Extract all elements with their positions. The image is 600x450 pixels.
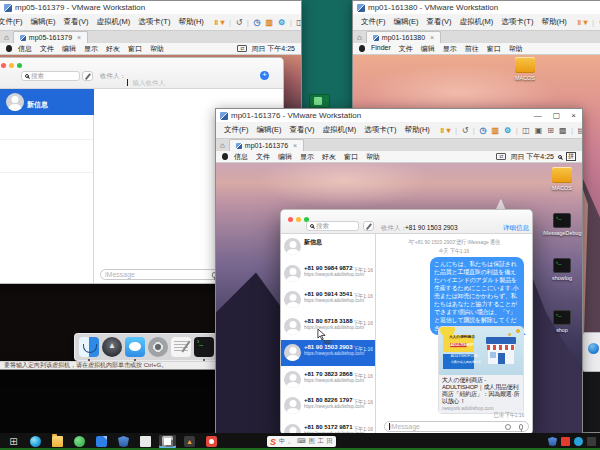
desktop-icon-iMessageDebug[interactable]: iMessageDebug: [540, 213, 582, 236]
taskbar-edge-browser[interactable]: [27, 435, 44, 448]
sogou-ime-bar[interactable]: S 中。⌨图工田: [267, 436, 336, 447]
toolbar-button[interactable]: ▤: [575, 126, 582, 135]
home-tab-icon[interactable]: ⌂: [218, 141, 229, 151]
zoom-button[interactable]: [17, 63, 22, 68]
vmware-tabbar[interactable]: ⌂ mp01-161376 ×: [216, 138, 582, 151]
tray-red-app-icon[interactable]: [561, 437, 570, 446]
dictation-mic-icon[interactable]: [519, 424, 523, 430]
menu-item-Finder[interactable]: Finder: [367, 44, 395, 54]
apple-menu-icon[interactable]: [359, 45, 365, 52]
toolbar-button[interactable]: ▥: [489, 126, 502, 135]
menu-item-查看(V)[interactable]: 查看(V): [423, 17, 456, 27]
dock-messages-icon[interactable]: [125, 337, 145, 357]
menu-item-信息[interactable]: 信息: [230, 152, 252, 162]
maximize-button[interactable]: ▢: [553, 111, 561, 120]
tab-close-icon[interactable]: ×: [430, 34, 434, 41]
link-preview-card[interactable]: 大人の便利商店 ADULTISHOP ADULTISHOP.COM！ 北美の成人…: [438, 326, 524, 414]
desktop-icon-MACOS[interactable]: MACOS: [503, 57, 547, 81]
menu-item-查看(V)[interactable]: 查看(V): [60, 17, 93, 27]
conversation-row[interactable]: 新信息: [281, 234, 376, 260]
menu-item-帮助[interactable]: 帮助: [505, 44, 527, 54]
menu-item-文件(F)[interactable]: 文件(F): [357, 17, 390, 27]
menu-item-虚拟机(M)[interactable]: 虚拟机(M): [456, 17, 498, 27]
toolbar-button[interactable]: ▣: [532, 126, 545, 135]
vm-tab[interactable]: mp01-161380 ×: [366, 31, 441, 43]
input-method-icon[interactable]: 拼: [566, 152, 576, 161]
window-titlebar[interactable]: mp01-161380 - VMware Workstation: [353, 1, 600, 14]
menu-item-编辑[interactable]: 编辑: [274, 152, 296, 162]
sogou-tool-icon[interactable]: 图: [309, 436, 315, 447]
menu-item-信息[interactable]: 信息: [14, 44, 36, 54]
windows-taskbar[interactable]: ⊞ S 中。⌨图工田: [0, 433, 600, 450]
toolbar-button[interactable]: ↺: [596, 18, 600, 27]
taskbar-white-doc-app[interactable]: [137, 435, 154, 448]
apple-menu-icon[interactable]: [6, 45, 12, 52]
desktop-icon-shop[interactable]: shop: [540, 310, 582, 333]
search-input[interactable]: 搜索: [306, 221, 359, 231]
toolbar-button[interactable]: ‖ ▾: [575, 18, 590, 27]
vm-tab[interactable]: mp01-161376 ×: [229, 139, 304, 151]
menu-item-选项卡(T)[interactable]: 选项卡(T): [360, 125, 400, 135]
taskbar-red-app[interactable]: [203, 435, 220, 448]
emoji-icon[interactable]: [505, 424, 511, 430]
menu-item-帮助(H)[interactable]: 帮助(H): [537, 17, 570, 27]
menu-item-文件(F)[interactable]: 文件(F): [0, 17, 27, 27]
menu-item-编辑[interactable]: 编辑: [58, 44, 80, 54]
tab-close-icon[interactable]: ×: [293, 142, 297, 149]
menu-item-文件(F)[interactable]: 文件(F): [220, 125, 253, 135]
minimize-button[interactable]: [296, 217, 301, 222]
toolbar-button[interactable]: ‖ ▾: [438, 126, 453, 135]
compose-button[interactable]: [363, 221, 374, 231]
menu-item-虚拟机(M)[interactable]: 虚拟机(M): [93, 17, 135, 27]
dock-textedit-icon[interactable]: [171, 337, 191, 357]
tab-close-icon[interactable]: ×: [77, 34, 81, 41]
menu-item-虚拟机(M)[interactable]: 虚拟机(M): [319, 125, 361, 135]
conversation-row[interactable]: +81 80 6718 3188https://newyork.adultish…: [281, 314, 376, 340]
desktop-shortcut-icon[interactable]: [309, 94, 330, 108]
conversation-row[interactable]: +81 70 3823 2868https://newyork.adultish…: [281, 367, 376, 393]
menu-item-编辑(E)[interactable]: 编辑(E): [390, 17, 423, 27]
vmware-tabbar[interactable]: ⌂ mp05-161379 ×: [0, 30, 301, 43]
menu-item-文件[interactable]: 文件: [252, 152, 274, 162]
taskbar-vmware-workstation[interactable]: [159, 435, 176, 448]
system-tray[interactable]: [548, 437, 596, 446]
conversation-row[interactable]: +81 80 8226 1797https://newyork.adultish…: [281, 393, 376, 419]
menu-item-窗口[interactable]: 窗口: [483, 44, 505, 54]
dock-preferences-icon[interactable]: [148, 337, 168, 357]
menu-item-帮助[interactable]: 帮助: [362, 152, 384, 162]
dock-terminal-icon[interactable]: [194, 337, 214, 357]
menu-item-窗口[interactable]: 窗口: [340, 152, 362, 162]
close-button[interactable]: [288, 217, 293, 222]
menu-item-前往[interactable]: 前往: [461, 44, 483, 54]
close-button[interactable]: ×: [571, 111, 576, 120]
sogou-tool-icon[interactable]: 中: [279, 436, 285, 447]
window-titlebar[interactable]: mp01-161376 - VMware Workstation — ▢ ×: [216, 109, 582, 122]
toolbar-button[interactable]: ▩: [557, 126, 570, 135]
add-recipient-button[interactable]: +: [260, 71, 269, 80]
tray-blue-app-icon[interactable]: [574, 437, 583, 446]
menubar-clock[interactable]: 周日 下午4:25: [510, 152, 554, 162]
display-status-icon[interactable]: ⇄: [237, 45, 247, 52]
menu-item-查看(V)[interactable]: 查看(V): [286, 125, 319, 135]
menu-item-选项卡(T)[interactable]: 选项卡(T): [134, 17, 174, 27]
spotlight-icon[interactable]: [558, 155, 562, 159]
dock-finder-icon[interactable]: [79, 337, 99, 357]
menu-item-编辑(E)[interactable]: 编辑(E): [27, 17, 60, 27]
display-status-icon[interactable]: ⇄: [496, 153, 506, 160]
toolbar-button[interactable]: ◷: [251, 18, 263, 27]
compose-button[interactable]: [82, 71, 93, 81]
vmware-window-center[interactable]: mp01-161376 - VMware Workstation — ▢ × 文…: [215, 108, 583, 450]
desktop-icon-showlog[interactable]: showlog: [540, 258, 582, 281]
tray-shield-icon[interactable]: [548, 437, 557, 446]
menu-item-显示[interactable]: 显示: [439, 44, 461, 54]
toolbar-button[interactable]: ‖ ▾: [212, 18, 227, 27]
home-tab-icon[interactable]: ⌂: [355, 33, 366, 43]
details-button[interactable]: 详细信息: [503, 224, 529, 233]
menu-item-窗口[interactable]: 窗口: [124, 44, 146, 54]
menu-item-帮助(H)[interactable]: 帮助(H): [400, 125, 433, 135]
desktop-icons[interactable]: MACOS: [503, 57, 547, 81]
tray-dark-app-icon[interactable]: [587, 437, 596, 446]
vm-screen-center[interactable]: MACOSiMessageDebugshowlogshop 搜索 收件人： +8…: [216, 163, 582, 449]
vm-tab[interactable]: mp05-161379 ×: [13, 31, 88, 43]
conversation-list[interactable]: 新信息+81 90 5984 9872https://newyork.adult…: [281, 234, 376, 434]
